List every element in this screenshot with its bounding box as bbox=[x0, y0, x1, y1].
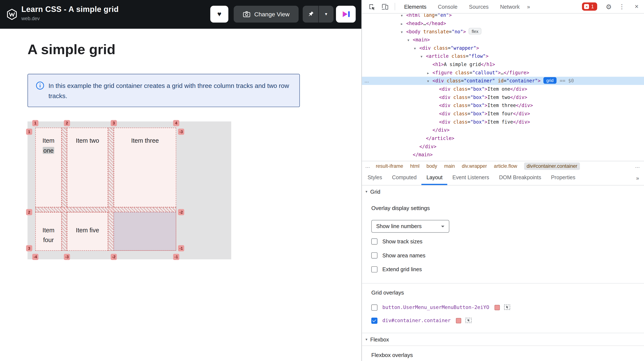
node-actions-icon[interactable]: … bbox=[364, 77, 370, 85]
glitch-run-button[interactable] bbox=[336, 6, 356, 22]
tab-elements[interactable]: Elements bbox=[398, 0, 432, 13]
collapse-arrow-icon[interactable]: ▾ bbox=[401, 13, 406, 20]
inspect-element-icon[interactable] bbox=[367, 2, 376, 11]
overlay-checkbox[interactable] bbox=[371, 304, 378, 311]
arrow-spacer bbox=[434, 118, 439, 127]
device-toolbar-icon[interactable] bbox=[380, 2, 390, 11]
dom-tree-node[interactable]: <div class="box">Item three</div> bbox=[362, 101, 644, 110]
dom-tree-node[interactable]: <div class="box">Item one</div> bbox=[362, 85, 644, 93]
webdev-logo-icon bbox=[5, 8, 18, 21]
dom-tree-node[interactable]: </main> bbox=[362, 151, 644, 159]
grid-item: Item one bbox=[35, 128, 62, 207]
dom-tree-node[interactable]: ▾<article class="flow"> bbox=[362, 52, 644, 60]
sidebar-tab-styles[interactable]: Styles bbox=[362, 171, 387, 185]
layout-option-row: Show area names bbox=[371, 250, 426, 260]
breadcrumb-item[interactable]: div.wrapper bbox=[462, 163, 487, 169]
heart-icon: ♥ bbox=[217, 10, 222, 18]
grid-demo-container: Item oneItem twoItem threeItem fourItem … bbox=[28, 121, 231, 259]
run-arrow-icon bbox=[341, 10, 350, 18]
breadcrumb-item[interactable]: html bbox=[410, 163, 420, 169]
breadcrumb-item[interactable]: result-iframe bbox=[376, 163, 403, 169]
grid-line-number-badge: 1 bbox=[26, 129, 32, 135]
dom-tree-node[interactable]: <h1>A simple grid</h1> bbox=[362, 60, 644, 69]
change-view-button[interactable]: Change View bbox=[234, 6, 298, 22]
collapse-arrow-icon[interactable]: ▾ bbox=[420, 52, 426, 61]
dom-tree-node[interactable]: <div class="box">Item four</div> bbox=[362, 110, 644, 118]
overlay-color-swatch[interactable] bbox=[494, 305, 500, 310]
dom-tree-node[interactable]: </div> bbox=[362, 126, 644, 134]
grid-item: Item three bbox=[114, 128, 176, 207]
collapse-arrow-icon[interactable]: ▾ bbox=[427, 77, 432, 85]
expand-arrow-icon[interactable]: ▸ bbox=[427, 69, 432, 77]
breadcrumb-item[interactable]: article.flow bbox=[494, 163, 517, 169]
layout-option-row: Show track sizes bbox=[371, 236, 426, 246]
flexbox-section-header[interactable]: ▾ Flexbox bbox=[362, 333, 644, 346]
collapse-arrow-icon[interactable]: ▾ bbox=[414, 44, 419, 53]
tab-console[interactable]: Console bbox=[432, 0, 463, 13]
grid-empty-cell bbox=[114, 212, 176, 251]
dom-tree-node[interactable]: ▸<head>…</head> bbox=[362, 19, 644, 27]
article-heading: A simple grid bbox=[28, 41, 116, 57]
sidebar-tab-layout[interactable]: Layout bbox=[422, 171, 448, 185]
dom-tree-node[interactable]: ▾<main> bbox=[362, 36, 644, 44]
dom-tree-node[interactable]: </article> bbox=[362, 134, 644, 142]
breadcrumb-item[interactable]: body bbox=[426, 163, 437, 169]
dom-tree-node[interactable]: ▾<body translate="no">flex bbox=[362, 27, 644, 36]
console-reference: == $0 bbox=[560, 78, 574, 84]
flex-badge[interactable]: flex bbox=[469, 28, 482, 34]
elements-tree: ▾<html lang="en">▸<head>…</head>▾<body t… bbox=[362, 13, 644, 161]
arrow-spacer bbox=[434, 94, 439, 102]
breadcrumb-item[interactable]: div#container.container bbox=[524, 162, 580, 170]
error-badge[interactable]: × 1 bbox=[582, 2, 597, 11]
favorite-button[interactable]: ♥ bbox=[210, 6, 228, 22]
grid-item: Item two bbox=[67, 128, 108, 207]
grid-section-header[interactable]: ▾ Grid bbox=[362, 185, 644, 198]
expand-arrow-icon[interactable]: ▸ bbox=[401, 20, 406, 28]
grid-item: Item four bbox=[35, 212, 62, 251]
select-element-icon[interactable] bbox=[466, 318, 472, 324]
sidebar-tab-computed[interactable]: Computed bbox=[387, 171, 422, 185]
flexbox-section-label: Flexbox bbox=[370, 336, 389, 343]
checkbox-show-area-names[interactable] bbox=[371, 252, 378, 258]
overlay-checkbox[interactable] bbox=[371, 318, 378, 324]
arrow-spacer bbox=[434, 85, 439, 94]
pin-button[interactable] bbox=[303, 6, 318, 22]
kebab-menu-icon[interactable]: ⋮ bbox=[617, 2, 626, 11]
browser-page: Learn CSS - A simple grid web.dev ♥ Chan… bbox=[0, 0, 362, 361]
sidebar-tab-dom-breakpoints[interactable]: DOM Breakpoints bbox=[494, 171, 546, 185]
sidebar-tab-event-listeners[interactable]: Event Listeners bbox=[448, 171, 494, 185]
tab-network[interactable]: Network bbox=[494, 0, 526, 13]
collapse-arrow-icon[interactable]: ▾ bbox=[401, 28, 406, 36]
dom-tree-node[interactable]: <div class="box">Item two</div> bbox=[362, 93, 644, 101]
dom-tree-node[interactable]: ▾<html lang="en"> bbox=[362, 13, 644, 19]
checkbox-show-track-sizes[interactable] bbox=[371, 238, 378, 244]
grid-badge[interactable]: grid bbox=[544, 77, 556, 84]
dom-tree-node[interactable]: ▾<div class="wrapper"> bbox=[362, 44, 644, 52]
breadcrumb-overflow-right-icon[interactable]: … bbox=[635, 163, 640, 169]
overlay-color-swatch[interactable] bbox=[456, 318, 461, 323]
more-tabs-icon[interactable]: » bbox=[527, 3, 530, 9]
checkbox-label: Extend grid lines bbox=[382, 266, 422, 272]
devtools-panel: ElementsConsoleSourcesNetwork » × 1 ⚙ ⋮ … bbox=[362, 0, 644, 361]
grid-overlay-row: div#container.container bbox=[371, 315, 510, 326]
line-numbers-select[interactable]: Show line numbers bbox=[371, 220, 449, 233]
breadcrumb-overflow-icon[interactable]: … bbox=[365, 163, 370, 169]
select-element-icon[interactable] bbox=[504, 305, 510, 310]
overlay-element-name: button.UserMenu_userMenuButton-2eiYO bbox=[382, 305, 489, 310]
checkbox-extend-grid-lines[interactable] bbox=[371, 266, 378, 272]
sidebar-more-tabs-icon[interactable]: » bbox=[631, 171, 644, 185]
pin-dropdown-button[interactable]: ▾ bbox=[319, 6, 334, 22]
collapse-arrow-icon[interactable]: ▾ bbox=[408, 36, 413, 44]
sidebar-tab-properties[interactable]: Properties bbox=[546, 171, 580, 185]
settings-gear-icon[interactable]: ⚙ bbox=[604, 2, 614, 11]
breadcrumb-item[interactable]: main bbox=[444, 163, 455, 169]
dom-tree-node[interactable]: </div> bbox=[362, 142, 644, 151]
dom-tree-node[interactable]: …▾<div class="container" id="container">… bbox=[362, 77, 644, 85]
tab-sources[interactable]: Sources bbox=[463, 0, 494, 13]
dom-tree-node[interactable]: ▸<figure class="callout">…</figure> bbox=[362, 69, 644, 77]
change-view-label: Change View bbox=[254, 11, 290, 17]
close-devtools-icon[interactable]: × bbox=[632, 2, 642, 11]
screenshot-stage: Learn CSS - A simple grid web.dev ♥ Chan… bbox=[0, 0, 644, 361]
grid-line-number-badge: -3 bbox=[178, 129, 184, 135]
dom-tree-node[interactable]: <div class="box">Item five</div> bbox=[362, 118, 644, 126]
